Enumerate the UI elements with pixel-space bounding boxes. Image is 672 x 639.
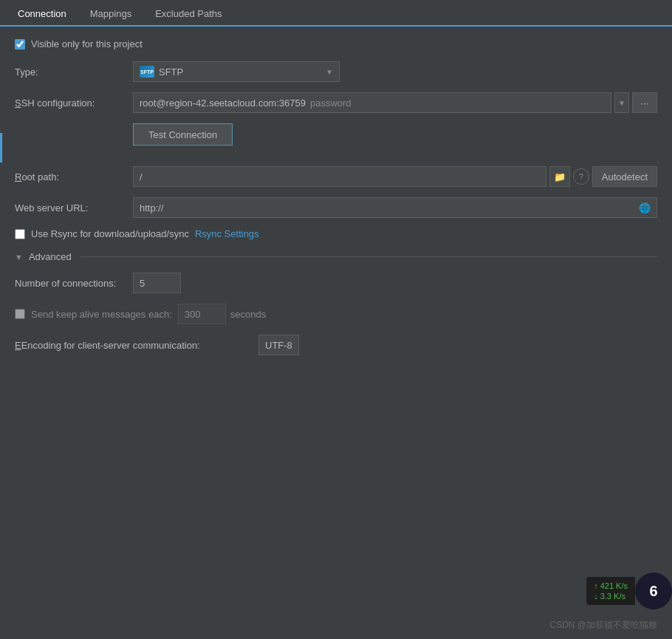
- help-button[interactable]: ?: [573, 168, 589, 185]
- type-label: Type:: [15, 66, 133, 78]
- web-server-label: Web server URL:: [15, 202, 133, 213]
- advanced-title: Advanced: [29, 251, 72, 262]
- test-connection-row: Test Connection: [15, 123, 657, 156]
- connection-counter: 6: [635, 573, 672, 609]
- root-path-label: Root path:: [15, 171, 133, 182]
- root-path-row: Root path: 📁 ? Autodetect: [15, 166, 657, 187]
- ssh-input-container: root@region-42.seetacloud.com:36759 pass…: [133, 92, 611, 113]
- speed-widget: ↑ 421 K/s ↓ 3.3 K/s: [586, 577, 635, 605]
- tab-connection[interactable]: Connection: [6, 4, 78, 27]
- connections-label: Number of connections:: [15, 278, 133, 289]
- keep-alive-label: Send keep alive messages each:: [31, 309, 172, 320]
- ssh-dropdown-button[interactable]: ▼: [614, 92, 629, 113]
- rsync-label: Use Rsync for download/upload/sync: [31, 228, 189, 239]
- connections-row: Number of connections:: [15, 273, 657, 293]
- autodetect-button[interactable]: Autodetect: [592, 166, 657, 187]
- test-connection-button[interactable]: Test Connection: [133, 123, 233, 146]
- ssh-label-text: SSH configuration:: [15, 98, 95, 109]
- keep-alive-input[interactable]: [178, 304, 226, 324]
- ssh-more-button[interactable]: ···: [632, 92, 657, 113]
- visible-only-label: Visible only for this project: [31, 38, 143, 49]
- root-path-group: 📁 ? Autodetect: [133, 166, 657, 187]
- type-dropdown[interactable]: SFTP SFTP ▼: [133, 61, 340, 82]
- advanced-collapse-arrow[interactable]: ▼: [15, 253, 23, 262]
- url-input[interactable]: [140, 202, 639, 213]
- rsync-checkbox[interactable]: [15, 229, 25, 239]
- folder-icon: 📁: [554, 171, 566, 182]
- connections-input[interactable]: [133, 273, 181, 293]
- tab-bar: Connection Mappings Excluded Paths: [0, 0, 672, 27]
- visible-only-row: Visible only for this project: [15, 38, 657, 49]
- root-path-input[interactable]: [133, 166, 546, 187]
- download-speed: ↓ 3.3 K/s: [594, 592, 628, 601]
- rsync-settings-link[interactable]: Rsync Settings: [195, 228, 259, 239]
- advanced-section-header: ▼ Advanced: [15, 251, 657, 262]
- dropdown-arrow-icon: ▼: [326, 68, 333, 76]
- keep-alive-row: Send keep alive messages each: seconds: [15, 304, 657, 324]
- ssh-row: SSH configuration: root@region-42.seetac…: [15, 92, 657, 113]
- left-accent-bar: [0, 133, 2, 163]
- type-value: SFTP: [159, 66, 326, 78]
- globe-icon: 🌐: [639, 202, 651, 213]
- keep-alive-checkbox[interactable]: [15, 309, 25, 319]
- encoding-container: UTF-8: [258, 335, 299, 355]
- url-input-container: 🌐: [133, 197, 657, 218]
- keep-alive-unit: seconds: [230, 309, 266, 320]
- ssh-value: root@region-42.seetacloud.com:36759: [140, 98, 306, 109]
- upload-speed: ↑ 421 K/s: [594, 581, 628, 590]
- visible-only-checkbox[interactable]: [15, 39, 25, 49]
- advanced-section-line: [80, 256, 657, 257]
- ssh-label: SSH configuration:: [15, 98, 133, 109]
- speed-overlay: ↑ 421 K/s ↓ 3.3 K/s 6: [586, 573, 672, 609]
- web-server-row: Web server URL: 🌐: [15, 197, 657, 218]
- sftp-icon: SFTP: [140, 66, 154, 78]
- encoding-label: EEncoding for client-server communicatio…: [15, 340, 258, 351]
- tab-excluded-paths[interactable]: Excluded Paths: [143, 4, 233, 27]
- type-row: Type: SFTP SFTP ▼: [15, 61, 657, 82]
- help-icon: ?: [579, 172, 583, 181]
- encoding-value: UTF-8: [265, 340, 292, 351]
- ssh-password-label: password: [310, 98, 352, 109]
- form-content: Visible only for this project Type: SFTP…: [0, 27, 672, 639]
- rsync-row: Use Rsync for download/upload/sync Rsync…: [15, 228, 657, 239]
- ssh-input-group: root@region-42.seetacloud.com:36759 pass…: [133, 92, 657, 113]
- tab-mappings[interactable]: Mappings: [78, 4, 143, 27]
- watermark: CSDN @加菲猫不爱吃猫粮: [549, 619, 657, 632]
- encoding-row: EEncoding for client-server communicatio…: [15, 335, 657, 355]
- browse-folder-button[interactable]: 📁: [549, 166, 570, 187]
